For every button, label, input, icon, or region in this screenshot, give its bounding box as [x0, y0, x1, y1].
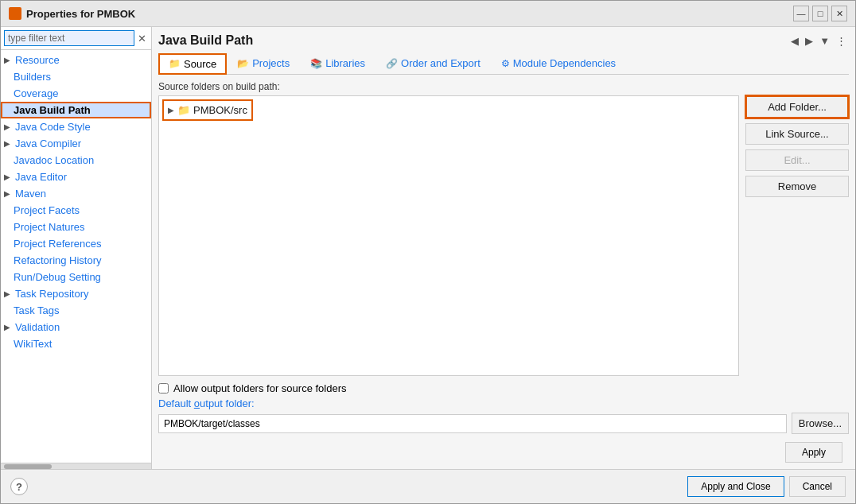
remove-button[interactable]: Remove [745, 176, 849, 197]
action-buttons: Add Folder... Link Source... Edit... Rem… [745, 95, 849, 376]
arrow-icon: ▶ [4, 173, 10, 181]
sidebar-item-run-debug-setting[interactable]: Run/Debug Setting [1, 269, 151, 285]
minimize-button[interactable]: — [793, 6, 809, 21]
main-header: Java Build Path ◀ ▶ ▼ ⋮ [158, 33, 849, 48]
folder-arrow-icon: ▶ [168, 106, 174, 114]
folders-list: ▶ 📁 PMBOK/src [158, 95, 739, 376]
folder-name: PMBOK/src [193, 104, 247, 116]
output-input[interactable] [158, 414, 787, 433]
browse-button[interactable]: Browse... [792, 413, 849, 434]
bottom-bar: ? Apply and Close Cancel [1, 469, 855, 503]
sidebar-item-label: Builders [14, 71, 51, 83]
allow-output-folders-checkbox[interactable] [158, 383, 169, 394]
folder-icon: 📁 [177, 104, 190, 116]
sidebar-item-project-references[interactable]: Project References [1, 235, 151, 252]
folder-item-pmbok-src[interactable]: ▶ 📁 PMBOK/src [165, 102, 251, 118]
sidebar-item-label: Validation [15, 321, 60, 333]
dialog-title: Properties for PMBOK [26, 8, 135, 20]
sidebar-item-javadoc-location[interactable]: Javadoc Location [1, 152, 151, 169]
tab-label: Order and Export [401, 57, 481, 69]
sidebar-scrollbar-thumb [4, 464, 52, 469]
nav-forward-button[interactable]: ▶ [803, 34, 815, 48]
arrow-icon: ▶ [4, 323, 10, 331]
source-tab-icon: 📁 [169, 58, 181, 69]
sidebar-item-java-editor[interactable]: ▶ Java Editor [1, 169, 151, 185]
sidebar-item-label: Task Repository [15, 288, 88, 300]
edit-button[interactable]: Edit... [745, 149, 849, 171]
remove-label: Remove [778, 180, 816, 192]
sidebar-item-java-code-style[interactable]: ▶ Java Code Style [1, 118, 151, 135]
sidebar-item-project-natures[interactable]: Project Natures [1, 219, 151, 235]
main-title: Java Build Path [158, 33, 253, 48]
sidebar-item-builders[interactable]: Builders [1, 68, 151, 85]
sidebar-item-label: Run/Debug Setting [14, 271, 101, 283]
bottom-options: Allow output folders for source folders … [158, 382, 849, 434]
sidebar-item-maven[interactable]: ▶ Maven [1, 185, 151, 202]
filter-bar: ✕ [1, 27, 151, 50]
apply-button[interactable]: Apply [785, 442, 842, 463]
title-bar-left: Properties for PMBOK [9, 7, 135, 20]
filter-input[interactable] [4, 30, 134, 46]
sidebar-item-label: Coverage [14, 87, 58, 99]
sidebar-item-java-compiler[interactable]: ▶ Java Compiler [1, 135, 151, 152]
tab-projects[interactable]: 📂 Projects [227, 52, 300, 74]
sidebar-item-label: Java Compiler [15, 138, 81, 149]
sidebar-item-coverage[interactable]: Coverage [1, 85, 151, 102]
sidebar-item-label: Project References [14, 238, 102, 250]
add-folder-label: Add Folder... [768, 101, 827, 113]
sidebar-item-label: Javadoc Location [14, 154, 94, 166]
tab-libraries[interactable]: 📚 Libraries [300, 52, 375, 74]
default-output-text: Default output folder: [158, 397, 255, 409]
sidebar-item-task-repository[interactable]: ▶ Task Repository [1, 285, 151, 302]
order-export-tab-icon: 🔗 [386, 58, 398, 69]
browse-label: Browse... [799, 417, 842, 429]
nav-arrows: ◀ ▶ ▼ ⋮ [788, 34, 849, 48]
sidebar-item-label: Java Code Style [15, 121, 91, 133]
sidebar-scrollbar[interactable] [1, 463, 151, 469]
link-source-label: Link Source... [765, 128, 829, 140]
maximize-button[interactable]: □ [812, 6, 828, 21]
apply-close-button[interactable]: Apply and Close [687, 476, 784, 497]
sidebar-item-label: Project Facets [14, 204, 80, 216]
nav-back-button[interactable]: ◀ [788, 34, 801, 48]
title-bar: Properties for PMBOK — □ ✕ [1, 1, 855, 27]
filter-clear-button[interactable]: ✕ [136, 33, 148, 45]
default-output-label: Default output folder: [158, 397, 849, 409]
tabs: 📁 Source 📂 Projects 📚 Libraries 🔗 Order … [158, 52, 849, 75]
sidebar-item-label: Java Editor [15, 171, 67, 183]
sidebar-item-project-facets[interactable]: Project Facets [1, 202, 151, 219]
sidebar-item-task-tags[interactable]: Task Tags [1, 302, 151, 319]
sidebar-item-validation[interactable]: ▶ Validation [1, 319, 151, 335]
folders-area: ▶ 📁 PMBOK/src Add Folder... Link Source.… [158, 95, 849, 376]
sidebar-items: ▶ Resource Builders Coverage Java Build … [1, 50, 151, 463]
main-content: Java Build Path ◀ ▶ ▼ ⋮ 📁 Source 📂 Proje… [152, 27, 855, 469]
tab-source[interactable]: 📁 Source [158, 53, 227, 75]
add-folder-button[interactable]: Add Folder... [745, 95, 849, 118]
dialog-body: ✕ ▶ Resource Builders Coverage Java Buil… [1, 27, 855, 469]
tab-order-export[interactable]: 🔗 Order and Export [375, 52, 491, 74]
tab-label: Source [184, 58, 216, 70]
sidebar-item-refactoring-history[interactable]: Refactoring History [1, 252, 151, 269]
tab-label: Module Dependencies [513, 57, 616, 69]
cancel-button[interactable]: Cancel [789, 476, 846, 497]
sidebar-item-wikitext[interactable]: WikiText [1, 335, 151, 352]
tab-label: Projects [252, 57, 290, 69]
tab-module-dependencies[interactable]: ⚙ Module Dependencies [491, 52, 626, 74]
nav-menu-button[interactable]: ⋮ [834, 34, 849, 48]
sidebar-item-label: WikiText [14, 338, 52, 350]
bottom-right-buttons: Apply and Close Cancel [687, 476, 846, 497]
projects-tab-icon: 📂 [237, 58, 249, 69]
sidebar-item-label: Resource [15, 54, 60, 66]
sidebar-item-label: Task Tags [14, 304, 60, 316]
tab-label: Libraries [325, 57, 365, 69]
allow-output-folders-row: Allow output folders for source folders [158, 382, 849, 394]
nav-dropdown-button[interactable]: ▼ [817, 34, 832, 48]
sidebar-item-java-build-path[interactable]: Java Build Path [1, 102, 151, 118]
help-button[interactable]: ? [10, 478, 28, 495]
source-panel: Source folders on build path: ▶ 📁 PMBOK/… [158, 81, 849, 463]
edit-label: Edit... [784, 154, 810, 166]
close-button[interactable]: ✕ [831, 6, 847, 21]
sidebar-item-resource[interactable]: ▶ Resource [1, 52, 151, 68]
link-source-button[interactable]: Link Source... [745, 123, 849, 145]
section-label: Source folders on build path: [158, 81, 849, 92]
